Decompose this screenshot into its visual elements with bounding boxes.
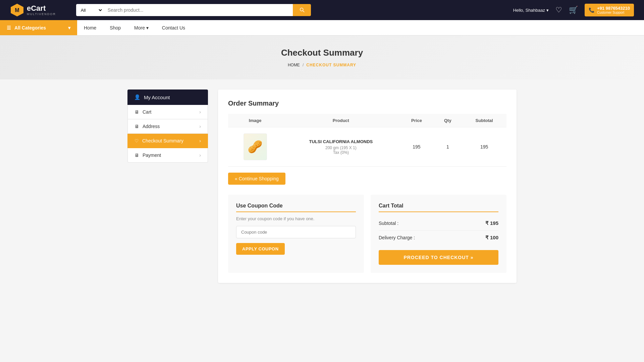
logo-name: eCart: [27, 4, 56, 12]
main-layout: 👤 My Account 🖥 Cart › 🖥 Address › ♡ Chec…: [121, 89, 523, 283]
sidebar-payment-label: Payment: [143, 153, 161, 158]
subtotal-label: Subtotal :: [379, 221, 398, 226]
phone-icon: 📞: [589, 7, 594, 13]
product-emoji: 🥜: [248, 140, 263, 154]
user-greeting: Hello, Shahbaaz: [513, 8, 545, 13]
search-category-select[interactable]: All: [76, 4, 103, 16]
search-area: All: [76, 4, 311, 16]
table-row: 🥜 TULSI CALIFORNIA ALMONDS 200 gm (195 X…: [228, 127, 506, 167]
account-icon: 👤: [134, 94, 141, 100]
sidebar-address-label: Address: [143, 124, 160, 129]
hamburger-icon: ☰: [7, 25, 11, 31]
product-tax: Tax (0%): [287, 150, 394, 155]
hero-section: Checkout Summary HOME / CHECKOUT SUMMARY: [0, 36, 644, 79]
product-subtotal-cell: 195: [462, 127, 506, 167]
breadcrumb-home[interactable]: HOME: [288, 63, 300, 67]
cart-total-box: Cart Total Subtotal : ₹ 195 Delivery Cha…: [371, 195, 506, 273]
proceed-checkout-button[interactable]: PROCEED TO CHECKOUT »: [379, 250, 498, 265]
chevron-right-icon4: ›: [199, 153, 201, 158]
coupon-title: Use Coupon Code: [236, 203, 356, 212]
breadcrumb: HOME / CHECKOUT SUMMARY: [0, 63, 644, 67]
svg-text:M: M: [15, 7, 19, 13]
dropdown-arrow-icon: ▾: [546, 8, 549, 13]
sidebar-checkout-label: Checkout Summary: [142, 138, 183, 143]
col-subtotal: Subtotal: [462, 114, 506, 127]
cart-icon[interactable]: 🛒: [569, 6, 578, 14]
logo[interactable]: M eCart MULTIVENDOR: [10, 3, 56, 17]
page-title: Checkout Summary: [0, 48, 644, 58]
delivery-value: ₹ 100: [485, 235, 498, 241]
sidebar-item-cart[interactable]: 🖥 Cart ›: [127, 105, 208, 119]
nav-home[interactable]: Home: [77, 20, 103, 36]
subtotal-value: ₹ 195: [485, 220, 498, 226]
product-image-cell: 🥜: [228, 127, 282, 167]
chevron-down-icon: ▾: [68, 25, 70, 31]
user-dropdown[interactable]: Hello, Shahbaaz ▾: [513, 8, 549, 13]
nav-shop[interactable]: Shop: [103, 20, 127, 36]
nav-bar: ☰ All Categories ▾ Home Shop More ▾ Cont…: [0, 20, 644, 36]
support-phone: +91 9876543210: [597, 6, 630, 11]
sidebar-item-address[interactable]: 🖥 Address ›: [127, 119, 208, 134]
coupon-description: Enter your coupon code if you have one.: [236, 216, 356, 221]
cart-sidebar-icon: 🖥: [135, 109, 139, 115]
product-info-cell: TULSI CALIFORNIA ALMONDS 200 gm (195 X 1…: [282, 127, 399, 167]
chevron-right-icon: ›: [199, 109, 201, 115]
logo-subtext: MULTIVENDOR: [27, 12, 56, 16]
sidebar-item-payment[interactable]: 🖥 Payment ›: [127, 148, 208, 163]
delivery-label: Delivery Charge :: [379, 235, 415, 240]
search-button[interactable]: [293, 4, 311, 16]
payment-sidebar-icon: 🖥: [135, 153, 139, 158]
sidebar-title: My Account: [144, 95, 170, 100]
bottom-section: Use Coupon Code Enter your coupon code i…: [228, 195, 506, 273]
product-qty-cell: 1: [433, 127, 462, 167]
chevron-right-icon3: ›: [199, 138, 201, 143]
product-name: TULSI CALIFORNIA ALMONDS: [287, 139, 394, 144]
delivery-row: Delivery Charge : ₹ 100: [379, 231, 498, 245]
search-icon: [299, 7, 305, 13]
nav-contact[interactable]: Contact Us: [155, 20, 192, 36]
col-image: Image: [228, 114, 282, 127]
order-table: Image Product Price Qty Subtotal 🥜 TULSI…: [228, 114, 506, 167]
order-summary-title: Order Summary: [228, 100, 506, 107]
sidebar: 👤 My Account 🖥 Cart › 🖥 Address › ♡ Chec…: [127, 89, 208, 283]
cart-total-title: Cart Total: [379, 203, 498, 212]
support-label: Customer Support: [597, 11, 630, 14]
nav-links: Home Shop More ▾ Contact Us: [77, 20, 192, 36]
col-price: Price: [400, 114, 434, 127]
coupon-input[interactable]: [236, 226, 356, 238]
wishlist-icon[interactable]: ♡: [555, 6, 562, 14]
continue-shopping-button[interactable]: « Continue Shopping: [228, 173, 285, 185]
header-right: Hello, Shahbaaz ▾ ♡ 🛒 📞 +91 9876543210 C…: [513, 4, 634, 16]
search-input[interactable]: [103, 4, 293, 16]
nav-more[interactable]: More ▾: [127, 20, 155, 36]
subtotal-row: Subtotal : ₹ 195: [379, 216, 498, 231]
sidebar-header: 👤 My Account: [127, 89, 208, 105]
all-categories-label: All Categories: [14, 25, 46, 31]
apply-coupon-button[interactable]: APPLY COUPON: [236, 243, 285, 255]
breadcrumb-current: CHECKOUT SUMMARY: [306, 63, 356, 67]
chevron-right-icon2: ›: [199, 124, 201, 129]
col-qty: Qty: [433, 114, 462, 127]
header: M eCart MULTIVENDOR All Hello, Shahbaaz …: [0, 0, 644, 20]
logo-text-block: eCart MULTIVENDOR: [27, 4, 56, 16]
sidebar-cart-label: Cart: [143, 109, 151, 115]
product-image: 🥜: [244, 133, 267, 160]
breadcrumb-separator: /: [303, 63, 304, 67]
all-categories-btn[interactable]: ☰ All Categories ▾: [0, 20, 77, 35]
sidebar-item-checkout[interactable]: ♡ Checkout Summary ›: [127, 134, 208, 148]
logo-icon: M: [10, 3, 24, 17]
product-details: 200 gm (195 X 1): [287, 145, 394, 150]
coupon-box: Use Coupon Code Enter your coupon code i…: [228, 195, 364, 273]
product-price-cell: 195: [400, 127, 434, 167]
col-product: Product: [282, 114, 399, 127]
support-box: 📞 +91 9876543210 Customer Support: [585, 4, 634, 16]
address-sidebar-icon: 🖥: [135, 124, 139, 129]
content-area: Order Summary Image Product Price Qty Su…: [218, 89, 517, 283]
checkout-sidebar-icon: ♡: [135, 138, 139, 143]
